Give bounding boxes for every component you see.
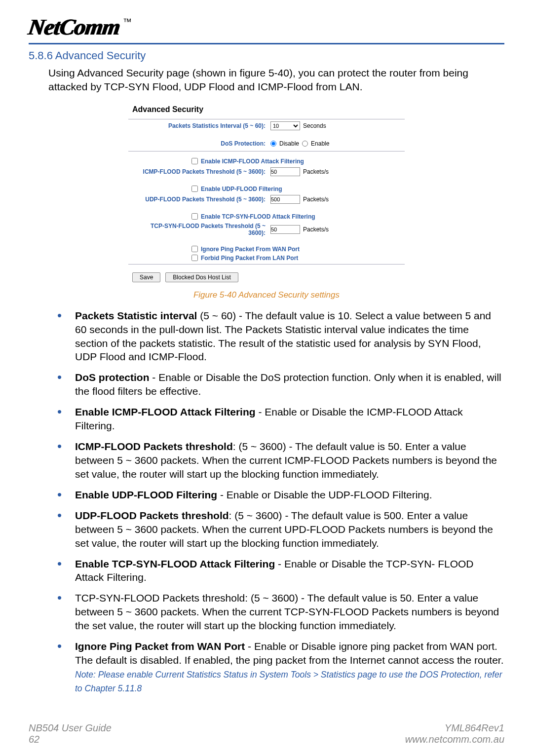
intro-paragraph: Using Advanced Security page (shown in f… [48,66,504,94]
dos-disable-text: Disable [279,140,299,147]
bullet-bold: UDP-FLOOD Packets threshold [75,510,229,521]
dos-label: DoS Protection: [132,140,270,147]
header-rule [29,43,504,44]
bullet-text: - Enable or Disable the UDP-FLOOD Filter… [217,489,432,500]
icmp-threshold-input[interactable] [270,167,300,176]
bullet-bold: Enable TCP-SYN-FLOOD Attack Filtering [75,558,275,569]
bullet-bold: Packets Statistic interval [75,310,197,321]
logo-text: NetComm [27,14,121,40]
footer-left: NB504 User Guide 62 [29,722,112,745]
tcp-filter-chk-row: Enable TCP-SYN-FLOOD Attack Filtering [128,212,405,221]
figure-caption: Figure 5-40 Advanced Security settings [29,290,504,300]
list-item: Enable TCP-SYN-FLOOD Attack Filtering - … [57,557,504,585]
icmp-filter-text: Enable ICMP-FLOOD Attack Filtering [201,158,304,165]
footer-right: YML864Rev1 www.netcomm.com.au [405,722,504,745]
logo-tm: ™ [123,17,132,27]
footer-url: www.netcomm.com.au [405,734,504,745]
save-button[interactable]: Save [132,272,160,282]
list-item: ICMP-FLOOD Packets threshold: (5 ~ 3600)… [57,440,504,481]
ignore-ping-row: Ignore Ping Packet From WAN Port [128,244,405,253]
bullet-note: Note: Please enable Current Statistics S… [75,670,502,693]
dos-disable-radio[interactable] [270,141,276,147]
udp-threshold-input[interactable] [270,195,300,204]
list-item: Enable UDP-FLOOD Filtering - Enable or D… [57,488,504,502]
bullet-bold: Ignore Ping Packet from WAN Port [75,641,245,652]
bullet-bold: Enable UDP-FLOOD Filtering [75,489,217,500]
dos-enable-text: Enable [311,140,329,147]
footer-page-number: 62 [29,734,112,745]
forbid-ping-row: Forbid Ping Packet From LAN Port [128,253,405,262]
list-item: Ignore Ping Packet from WAN Port - Enabl… [57,640,504,695]
ignore-ping-text: Ignore Ping Packet From WAN Port [201,246,300,253]
tcp-threshold-unit: Packets/s [303,226,329,233]
advanced-security-panel: Advanced Security Packets Statistics Int… [128,101,405,287]
blocked-list-button[interactable]: Blocked Dos Host List [165,272,238,282]
bullet-bold: Enable ICMP-FLOOD Attack Filtering [75,406,256,417]
tcp-filter-checkbox[interactable] [191,213,198,220]
dos-enable-radio[interactable] [302,141,308,147]
udp-filter-chk-row: Enable UDP-FLOOD Filtering [128,184,405,193]
icmp-filter-checkbox[interactable] [191,158,198,164]
forbid-ping-text: Forbid Ping Packet From LAN Port [201,255,298,262]
tcp-threshold-input[interactable] [270,225,300,234]
tcp-filter-text: Enable TCP-SYN-FLOOD Attack Filtering [201,213,315,220]
tcp-threshold-row: TCP-SYN-FLOOD Packets Threshold (5 ~ 360… [128,221,405,238]
forbid-ping-checkbox[interactable] [191,255,198,261]
udp-threshold-unit: Packets/s [303,196,329,203]
stat-interval-label: Packets Statistics Interval (5 ~ 60): [132,122,270,129]
stat-interval-unit: Seconds [303,122,326,129]
list-item: UDP-FLOOD Packets threshold: (5 ~ 3600) … [57,509,504,550]
udp-threshold-label: UDP-FLOOD Packets Threshold (5 ~ 3600): [132,196,270,203]
icmp-threshold-label: ICMP-FLOOD Packets Threshold (5 ~ 3600): [132,168,270,175]
footer-doc-title: NB504 User Guide [29,722,112,734]
udp-filter-checkbox[interactable] [191,186,198,192]
udp-filter-text: Enable UDP-FLOOD Filtering [201,186,282,192]
list-item: Packets Statistic interval (5 ~ 60) - Th… [57,309,504,364]
screenshot-wrap: Advanced Security Packets Statistics Int… [29,101,504,287]
panel-title: Advanced Security [128,101,405,119]
list-item: DoS protection - Enable or Disable the D… [57,371,504,398]
list-item: TCP-SYN-FLOOD Packets threshold: (5 ~ 36… [57,591,504,633]
logo: NetComm ™ [29,14,504,40]
bullet-text: TCP-SYN-FLOOD Packets threshold: (5 ~ 36… [75,592,499,631]
section-heading: 5.8.6 Advanced Security [29,49,504,62]
ignore-ping-checkbox[interactable] [191,246,198,252]
stat-interval-row: Packets Statistics Interval (5 ~ 60): 10… [128,119,405,132]
icmp-threshold-row: ICMP-FLOOD Packets Threshold (5 ~ 3600):… [128,165,405,178]
icmp-filter-chk-row: Enable ICMP-FLOOD Attack Filtering [128,156,405,165]
dos-row: DoS Protection: Disable Enable [128,138,405,149]
footer-rev: YML864Rev1 [405,722,504,734]
footer: NB504 User Guide 62 YML864Rev1 www.netco… [0,722,533,745]
udp-threshold-row: UDP-FLOOD Packets Threshold (5 ~ 3600): … [128,193,405,206]
tcp-threshold-label: TCP-SYN-FLOOD Packets Threshold (5 ~ 360… [132,223,270,236]
bullet-bold: DoS protection [75,372,150,383]
bullet-list: Packets Statistic interval (5 ~ 60) - Th… [57,309,504,695]
bullet-bold: ICMP-FLOOD Packets threshold [75,441,233,452]
list-item: Enable ICMP-FLOOD Attack Filtering - Ena… [57,405,504,433]
stat-interval-select[interactable]: 10 [270,121,300,130]
icmp-threshold-unit: Packets/s [303,168,329,175]
